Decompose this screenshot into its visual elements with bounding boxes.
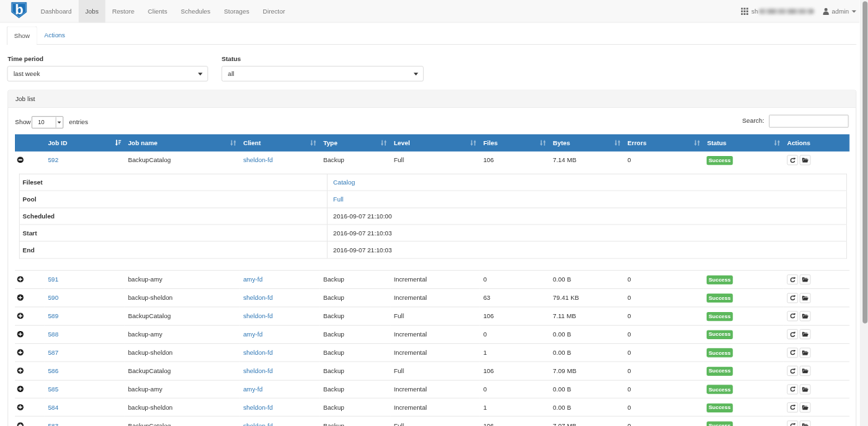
svg-text:b: b: [15, 2, 23, 17]
